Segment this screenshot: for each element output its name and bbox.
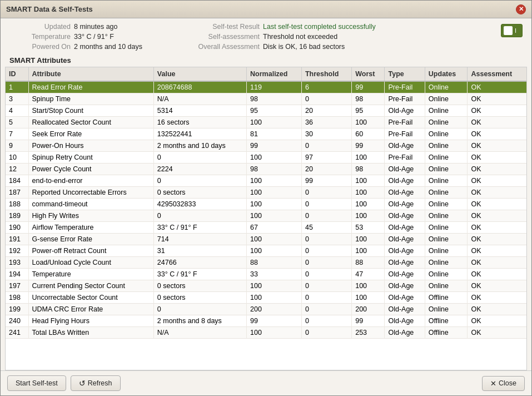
- cell-updates: Online: [425, 280, 468, 292]
- col-assessment: Assessment: [468, 67, 526, 81]
- cell-attr: Spinup Retry Count: [28, 152, 153, 164]
- cell-attr: Reallocated Sector Count: [28, 117, 153, 128]
- cell-worst: 99: [352, 81, 385, 93]
- table-row[interactable]: 7Seek Error Rate132522441813060Pre-FailO…: [6, 128, 526, 140]
- cell-worst: 253: [352, 327, 385, 339]
- cell-assess: OK: [468, 210, 526, 222]
- table-row[interactable]: 184end-to-end-error010099100Old-AgeOnlin…: [6, 175, 526, 187]
- table-row[interactable]: 197Current Pending Sector Count0 sectors…: [6, 280, 526, 292]
- col-attribute: Attribute: [28, 67, 153, 81]
- cell-assess: OK: [468, 257, 526, 269]
- start-self-test-button[interactable]: Start Self-test: [7, 375, 66, 391]
- info-left: Updated 8 minutes ago Temperature 33° C …: [9, 23, 187, 51]
- close-button[interactable]: ✕ Close: [482, 376, 525, 391]
- table-row[interactable]: 187Reported Uncorrectable Errors0 sector…: [6, 187, 526, 199]
- cell-value: 2 months and 8 days: [153, 315, 246, 327]
- table-row[interactable]: 10Spinup Retry Count010097100Pre-FailOnl…: [6, 152, 526, 164]
- overall-value: Disk is OK, 16 bad sectors: [263, 43, 345, 51]
- cell-id: 187: [6, 187, 28, 199]
- cell-thresh: 0: [301, 199, 351, 210]
- toggle-button[interactable]: I: [501, 24, 523, 37]
- cell-type: Pre-Fail: [385, 93, 425, 105]
- cell-assess: OK: [468, 175, 526, 187]
- temperature-value: 33° C / 91° F: [74, 33, 114, 41]
- cell-norm: 100: [247, 187, 302, 199]
- table-row[interactable]: 193Load/Unload Cycle Count2476688088Old-…: [6, 257, 526, 269]
- start-self-test-label: Start Self-test: [16, 379, 58, 387]
- cell-norm: 98: [247, 164, 302, 175]
- cell-updates: Online: [425, 81, 468, 93]
- cell-norm: 99: [247, 140, 302, 152]
- cell-assess: OK: [468, 269, 526, 280]
- cell-assess: OK: [468, 315, 526, 327]
- cell-norm: 98: [247, 93, 302, 105]
- table-row[interactable]: 3Spinup TimeN/A98098Pre-FailOnlineOK: [6, 93, 526, 105]
- cell-worst: 88: [352, 257, 385, 269]
- cell-thresh: 45: [301, 222, 351, 234]
- cell-id: 199: [6, 304, 28, 315]
- cell-type: Old-Age: [385, 304, 425, 315]
- cell-updates: Online: [425, 164, 468, 175]
- cell-type: Old-Age: [385, 199, 425, 210]
- cell-norm: 67: [247, 222, 302, 234]
- refresh-button[interactable]: ↺ Refresh: [71, 375, 121, 391]
- smart-table-container[interactable]: ID Attribute Value Normalized Threshold …: [5, 67, 527, 370]
- cell-thresh: 0: [301, 269, 351, 280]
- cell-thresh: 99: [301, 175, 351, 187]
- cell-type: Pre-Fail: [385, 152, 425, 164]
- cell-id: 10: [6, 152, 28, 164]
- table-row[interactable]: 5Reallocated Sector Count16 sectors10036…: [6, 117, 526, 128]
- table-row[interactable]: 189High Fly Writes01000100Old-AgeOnlineO…: [6, 210, 526, 222]
- window-title: SMART Data & Self-Tests: [6, 5, 93, 13]
- title-bar: SMART Data & Self-Tests ✕: [1, 1, 531, 18]
- self-test-row: Self-test Result Last self-test complete…: [187, 23, 492, 31]
- cell-id: 12: [6, 164, 28, 175]
- cell-type: Old-Age: [385, 280, 425, 292]
- table-row[interactable]: 9Power-On Hours2 months and 10 days99099…: [6, 140, 526, 152]
- window-close-button[interactable]: ✕: [516, 4, 526, 14]
- table-row[interactable]: 192Power-off Retract Count311000100Old-A…: [6, 245, 526, 257]
- table-row[interactable]: 1Read Error Rate208674688119699Pre-FailO…: [6, 81, 526, 93]
- powered-on-label: Powered On: [9, 43, 71, 51]
- cell-type: Old-Age: [385, 315, 425, 327]
- cell-worst: 100: [352, 210, 385, 222]
- cell-attr: UDMA CRC Error Rate: [28, 304, 153, 315]
- table-row[interactable]: 191G-sense Error Rate7141000100Old-AgeOn…: [6, 234, 526, 245]
- cell-id: 1: [6, 81, 28, 93]
- cell-id: 190: [6, 222, 28, 234]
- cell-type: Old-Age: [385, 327, 425, 339]
- cell-id: 241: [6, 327, 28, 339]
- cell-id: 4: [6, 105, 28, 117]
- cell-assess: OK: [468, 187, 526, 199]
- cell-assess: OK: [468, 105, 526, 117]
- col-id: ID: [6, 67, 28, 81]
- cell-type: Pre-Fail: [385, 81, 425, 93]
- cell-id: 198: [6, 292, 28, 304]
- cell-value: N/A: [153, 327, 246, 339]
- table-row[interactable]: 194Temperature33° C / 91° F33047Old-AgeO…: [6, 269, 526, 280]
- cell-updates: Online: [425, 234, 468, 245]
- table-row[interactable]: 4Start/Stop Count5314952095Old-AgeOnline…: [6, 105, 526, 117]
- cell-attr: Head Flying Hours: [28, 315, 153, 327]
- table-row[interactable]: 188command-timeout42950328331000100Old-A…: [6, 199, 526, 210]
- cell-norm: 100: [247, 210, 302, 222]
- table-row[interactable]: 241Total LBAs WrittenN/A1000253Old-AgeOf…: [6, 327, 526, 339]
- cell-id: 7: [6, 128, 28, 140]
- cell-id: 188: [6, 199, 28, 210]
- temperature-row: Temperature 33° C / 91° F: [9, 33, 187, 41]
- table-row[interactable]: 240Head Flying Hours2 months and 8 days9…: [6, 315, 526, 327]
- cell-updates: Online: [425, 105, 468, 117]
- cell-attr: Uncorrectable Sector Count: [28, 292, 153, 304]
- table-row[interactable]: 12Power Cycle Count2224982098Old-AgeOnli…: [6, 164, 526, 175]
- cell-attr: Current Pending Sector Count: [28, 280, 153, 292]
- updated-label: Updated: [9, 23, 71, 31]
- cell-type: Pre-Fail: [385, 117, 425, 128]
- table-row[interactable]: 190Airflow Temperature33° C / 91° F67455…: [6, 222, 526, 234]
- cell-worst: 200: [352, 304, 385, 315]
- table-row[interactable]: 199UDMA CRC Error Rate02000200Old-AgeOnl…: [6, 304, 526, 315]
- cell-type: Old-Age: [385, 210, 425, 222]
- cell-norm: 100: [247, 292, 302, 304]
- cell-thresh: 20: [301, 105, 351, 117]
- table-row[interactable]: 198Uncorrectable Sector Count0 sectors10…: [6, 292, 526, 304]
- col-worst: Worst: [352, 67, 385, 81]
